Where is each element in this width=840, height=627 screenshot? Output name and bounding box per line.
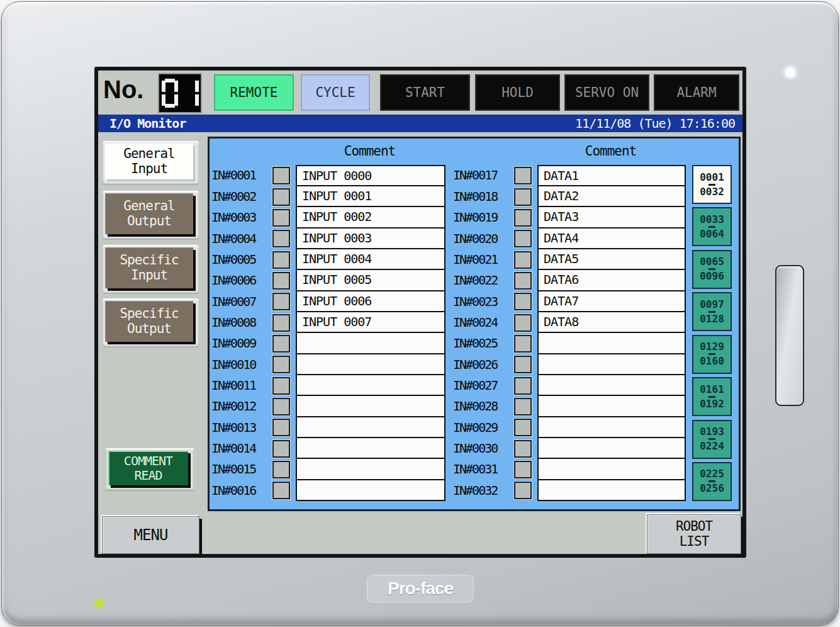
io-point-label: IN#0001 bbox=[211, 165, 272, 186]
io-status-lamp bbox=[272, 314, 290, 332]
io-point-label: IN#0016 bbox=[211, 480, 272, 501]
io-status-lamp bbox=[514, 398, 532, 415]
io-status-lamp bbox=[272, 209, 290, 227]
io-point-label: IN#0004 bbox=[211, 229, 272, 249]
page-button-0033-0064[interactable]: 00330064 bbox=[692, 207, 732, 246]
io-point-label: IN#0010 bbox=[211, 354, 272, 375]
io-comment-field: INPUT 0005 bbox=[296, 270, 445, 291]
lamp-hold: HOLD bbox=[475, 74, 560, 111]
page-button-0161-0192[interactable]: 01610192 bbox=[692, 377, 732, 416]
io-status-lamp bbox=[514, 188, 532, 206]
io-lamp-cell bbox=[514, 229, 537, 249]
page-range-from: 0129 bbox=[700, 342, 724, 352]
lamp-start: START bbox=[380, 74, 470, 111]
io-lamp-cell bbox=[514, 207, 537, 228]
io-lamp-cell bbox=[272, 417, 296, 438]
io-status-lamp bbox=[272, 167, 290, 184]
io-point-label: IN#0031 bbox=[453, 459, 514, 480]
io-lamp-cell bbox=[514, 417, 537, 438]
page-button-0065-0096[interactable]: 00650096 bbox=[692, 250, 732, 289]
io-row: IN#0018DATA2 bbox=[453, 186, 686, 207]
io-comment-field bbox=[537, 417, 686, 438]
hmi-device: Pro-face No. REMOTECYCLESTARTHOLDSERVO O… bbox=[0, 0, 840, 627]
io-point-label: IN#0015 bbox=[211, 459, 272, 480]
io-lamp-cell bbox=[514, 438, 537, 459]
io-comment-field: DATA1 bbox=[537, 165, 686, 186]
io-row: IN#0026 bbox=[453, 354, 686, 375]
io-status-lamp bbox=[272, 377, 290, 395]
io-status-lamp bbox=[272, 356, 290, 373]
io-point-label: IN#0012 bbox=[211, 396, 272, 417]
page-button-0193-0224[interactable]: 01930224 bbox=[692, 420, 732, 459]
io-status-lamp bbox=[514, 272, 532, 290]
comment-read-button[interactable]: COMMENT READ bbox=[106, 448, 194, 491]
io-row: IN#0028 bbox=[453, 396, 686, 417]
io-row: IN#0030 bbox=[453, 438, 686, 459]
sidebar-item-general-output[interactable]: GeneralOutput bbox=[103, 191, 199, 240]
io-status-lamp bbox=[272, 335, 290, 353]
status-led bbox=[95, 599, 103, 607]
io-column-right: IN#0017DATA1IN#0018DATA2IN#0019DATA3IN#0… bbox=[453, 165, 686, 501]
sidebar-item-label: Input bbox=[131, 162, 167, 177]
page-button-0001-0032[interactable]: 00010032 bbox=[692, 165, 732, 204]
sidebar-item-specific-output[interactable]: SpecificOutput bbox=[103, 298, 199, 347]
page-selector: 0001003200330064006500960097012801290160… bbox=[692, 165, 732, 501]
io-comment-field: DATA7 bbox=[537, 291, 686, 312]
io-comment-field bbox=[296, 354, 445, 375]
sidebar-item-specific-input[interactable]: SpecificInput bbox=[103, 245, 199, 294]
io-comment-field: DATA3 bbox=[537, 207, 686, 228]
io-status-lamp bbox=[514, 314, 532, 332]
io-row: IN#0001INPUT 0000 bbox=[211, 165, 445, 186]
io-comment-field: DATA6 bbox=[537, 270, 686, 291]
io-point-label: IN#0026 bbox=[453, 354, 514, 375]
sidebar-item-label: Specific bbox=[120, 307, 178, 322]
io-row: IN#0020DATA4 bbox=[453, 229, 686, 249]
lamp-alarm: ALARM bbox=[654, 74, 739, 111]
robot-list-label-line1: ROBOT bbox=[676, 519, 712, 534]
io-lamp-cell bbox=[514, 375, 537, 396]
io-status-lamp bbox=[514, 335, 532, 353]
io-lamp-cell bbox=[272, 354, 296, 375]
io-point-label: IN#0005 bbox=[211, 249, 272, 270]
io-point-label: IN#0019 bbox=[453, 207, 514, 228]
io-comment-field: INPUT 0003 bbox=[296, 229, 445, 249]
io-comment-field: INPUT 0002 bbox=[296, 207, 445, 228]
io-comment-field: INPUT 0001 bbox=[296, 186, 445, 207]
io-comment-field: INPUT 0007 bbox=[296, 312, 445, 333]
page-range-from: 0161 bbox=[700, 385, 724, 395]
io-point-label: IN#0028 bbox=[453, 396, 514, 417]
sidebar-item-label: Output bbox=[127, 322, 171, 337]
io-point-label: IN#0008 bbox=[211, 312, 272, 333]
page-button-0097-0128[interactable]: 00970128 bbox=[692, 292, 732, 331]
io-point-label: IN#0011 bbox=[211, 375, 272, 396]
io-row: IN#0012 bbox=[211, 396, 445, 417]
io-row: IN#0024DATA8 bbox=[453, 312, 686, 333]
machine-status-lamps: REMOTECYCLESTARTHOLDSERVO ONALARM bbox=[214, 74, 739, 111]
io-status-lamp bbox=[514, 230, 532, 247]
io-comment-field: DATA2 bbox=[537, 186, 686, 207]
page-range-from: 0225 bbox=[700, 469, 724, 479]
power-led bbox=[785, 67, 795, 77]
io-comment-field bbox=[537, 480, 686, 501]
page-range-to: 0096 bbox=[700, 271, 724, 281]
robot-list-label-line2: LIST bbox=[680, 534, 709, 550]
stylus-slot bbox=[775, 265, 804, 406]
io-comment-field bbox=[296, 480, 445, 501]
sidebar-item-general-input[interactable]: GeneralInput bbox=[103, 141, 199, 185]
robot-list-button[interactable]: ROBOT LIST bbox=[647, 514, 741, 554]
io-row: IN#0025 bbox=[453, 333, 686, 354]
io-status-lamp bbox=[272, 230, 290, 247]
io-row: IN#0002INPUT 0001 bbox=[211, 186, 445, 207]
menu-button[interactable]: MENU bbox=[102, 516, 199, 554]
io-lamp-cell bbox=[514, 312, 537, 333]
page-button-0129-0160[interactable]: 01290160 bbox=[692, 335, 732, 374]
page-button-0225-0256[interactable]: 02250256 bbox=[692, 462, 732, 501]
io-lamp-cell bbox=[272, 396, 296, 417]
io-row: IN#0008INPUT 0007 bbox=[211, 312, 445, 333]
io-row: IN#0013 bbox=[211, 417, 445, 438]
io-lamp-cell bbox=[272, 249, 296, 270]
io-lamp-cell bbox=[272, 229, 296, 249]
io-status-lamp bbox=[272, 188, 290, 206]
io-lamp-cell bbox=[272, 333, 296, 354]
io-point-label: IN#0002 bbox=[211, 186, 272, 207]
